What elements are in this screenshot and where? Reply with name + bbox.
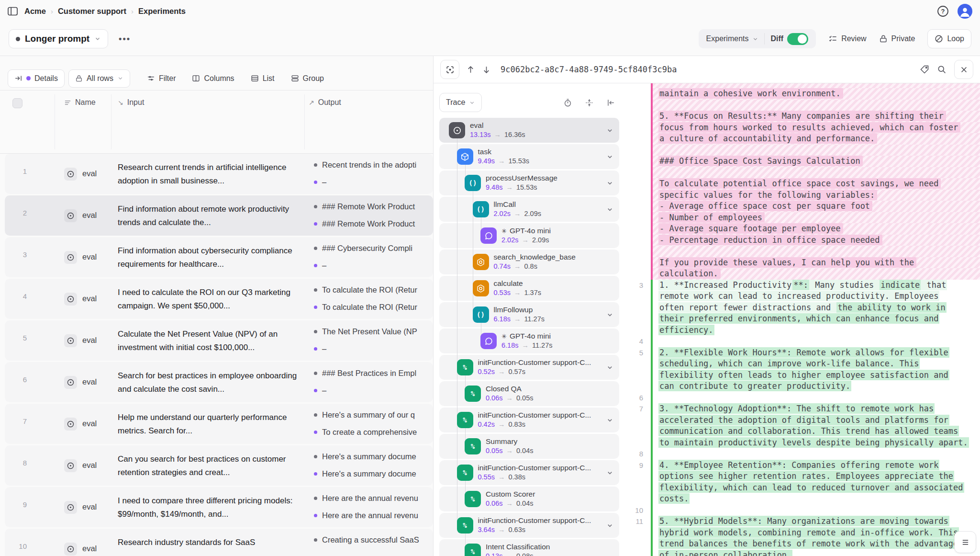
table-row[interactable]: 7evalHelp me understand our quarterly pe…: [5, 404, 433, 444]
trace-node[interactable]: %initFunction-Customer support-C...3.64s…: [439, 513, 619, 538]
diff-added-text: 2. **Flexible Work Hours**: Remote work …: [658, 347, 949, 358]
chevron-down-icon[interactable]: [606, 469, 613, 477]
table-row[interactable]: 10evalResearch industry standards for Sa…: [5, 529, 433, 556]
arrow-up-icon: [466, 65, 475, 74]
duration-secondary: 0.57s: [508, 368, 525, 375]
trace-id: 9c062bc2-a8c7-4a88-9749-5cf840f3c9ba: [501, 65, 677, 74]
search-icon[interactable]: [937, 65, 947, 74]
trace-node[interactable]: ()llmCall2.02s→2.09s: [439, 197, 619, 222]
columns-button[interactable]: Columns: [186, 69, 240, 88]
duration-secondary: 0.04s: [516, 499, 533, 507]
score-icon-badge: %: [457, 517, 473, 533]
trace-node-meta: calculate0.53s→1.37s: [494, 279, 541, 296]
trace-node[interactable]: %Intent Classification0.13s→0.08s: [439, 539, 619, 556]
chevron-down-icon[interactable]: [606, 127, 613, 134]
diff-line-content: communication and collaboration. This tr…: [651, 426, 980, 437]
duration-primary: 0.52s: [478, 368, 495, 375]
column-header-output[interactable]: ↗ Output: [309, 98, 341, 107]
chevron-down-icon[interactable]: [606, 180, 613, 187]
trace-node[interactable]: %Custom Scorer0.06s→0.04s: [439, 487, 619, 511]
close-icon: [960, 66, 968, 74]
eval-icon: [64, 376, 77, 389]
list-button[interactable]: List: [245, 69, 281, 88]
select-all-checkbox[interactable]: [12, 98, 22, 108]
experiment-selector[interactable]: Longer prompt: [9, 29, 108, 48]
diff-added-text: of in-person collaboration.: [658, 550, 792, 556]
prev-row-button[interactable]: [466, 65, 475, 74]
trace-node[interactable]: task9.49s→15.53s: [439, 144, 619, 169]
trace-node[interactable]: ()llmFollowup6.18s→11.27s: [439, 302, 619, 327]
duration-primary: 0.13s: [486, 552, 502, 556]
output-dot: [314, 472, 317, 476]
chevron-down-icon[interactable]: [606, 311, 613, 318]
trace-node-meta: ✳GPT-4o mini2.02s→2.09s: [501, 227, 551, 244]
chevron-down-icon[interactable]: [606, 522, 613, 529]
sidebar-toggle-icon[interactable]: [8, 7, 18, 16]
trace-node[interactable]: ()processUserMessage9.48s→15.53s: [439, 170, 619, 195]
column-header-input[interactable]: ↘ Input: [118, 98, 144, 107]
scorer-icon: %: [463, 416, 467, 424]
chevron-down-icon[interactable]: [606, 417, 613, 424]
table-row[interactable]: 5evalCalculate the Net Present Value (NP…: [5, 320, 433, 361]
tag-icon[interactable]: [920, 65, 929, 74]
filter-button[interactable]: Filter: [141, 69, 182, 88]
chevron-down-icon[interactable]: [606, 206, 613, 213]
diff-line-content: trend balances the benefits of remote wo…: [651, 538, 980, 550]
output-dot: [314, 330, 317, 333]
diff-line-content: [651, 336, 980, 347]
duration-arrow: →: [506, 499, 513, 507]
diff-line: 8: [624, 448, 980, 460]
diff-line-content: often report fewer distractions and the …: [651, 302, 980, 314]
diff-menu-button[interactable]: [954, 531, 976, 553]
close-panel-button[interactable]: [954, 60, 973, 79]
private-button[interactable]: Private: [879, 34, 915, 43]
group-button[interactable]: Group: [285, 69, 330, 88]
table-row[interactable]: 3evalFind information about cybersecurit…: [5, 237, 433, 277]
breadcrumb-item[interactable]: Experiments: [138, 7, 186, 16]
trace-node[interactable]: %Closed QA0.06s→0.05s: [439, 381, 619, 406]
breadcrumb-item[interactable]: Customer support: [58, 7, 126, 16]
tool-icon: [476, 284, 485, 293]
trace-node-name: llmFollowup: [494, 306, 545, 314]
collapse-panel-icon[interactable]: [606, 98, 615, 107]
table-row[interactable]: 2evalFind information about remote work …: [5, 195, 433, 236]
diff-toggle[interactable]: [787, 33, 808, 45]
chevron-down-icon[interactable]: [606, 364, 613, 371]
next-row-button[interactable]: [482, 65, 491, 74]
output-text: To calculate the ROI (Retur: [322, 303, 417, 312]
review-button[interactable]: Review: [828, 34, 866, 44]
all-rows-dropdown[interactable]: All rows: [68, 69, 130, 88]
trace-node[interactable]: %Summary0.05s→0.04s: [439, 434, 619, 459]
trace-node[interactable]: %initFunction-Customer support-C...0.55s…: [439, 460, 619, 485]
trace-node[interactable]: ✳GPT-4o mini2.02s→2.09s: [439, 223, 619, 248]
details-button[interactable]: Details: [8, 69, 65, 88]
trace-node[interactable]: ✳GPT-4o mini6.18s→11.27s: [439, 329, 619, 353]
collapse-all-icon[interactable]: [585, 98, 594, 107]
table-row[interactable]: 4evalI need to calculate the ROI on our …: [5, 279, 433, 319]
trace-node[interactable]: search_knowledge_base0.74s→0.8s: [439, 250, 619, 274]
table-row[interactable]: 8evalCan you search for best practices o…: [5, 445, 433, 486]
timing-icon[interactable]: [563, 98, 572, 107]
avatar[interactable]: [958, 4, 972, 19]
more-actions-button[interactable]: •••: [119, 34, 131, 44]
duration-arrow: →: [522, 341, 529, 349]
diff-added-text: 5. **Hybrid Models**: Many organizations…: [658, 516, 949, 526]
table-row[interactable]: 9evalI need to compare three different p…: [5, 487, 433, 527]
loop-button[interactable]: Loop: [927, 29, 971, 48]
expand-trace-button[interactable]: [440, 60, 459, 79]
trace-node[interactable]: %initFunction-Customer support-C...0.42s…: [439, 408, 619, 432]
app-window: Acme›Customer support›Experiments ? Long…: [0, 0, 980, 556]
breadcrumb-item[interactable]: Acme: [24, 7, 46, 16]
trace-node[interactable]: eval13.13s→16.36s: [439, 118, 619, 143]
view-selector-dropdown[interactable]: Experiments: [701, 34, 765, 43]
trace-node[interactable]: %initFunction-Customer support-C...0.52s…: [439, 355, 619, 380]
table-row[interactable]: 6evalSearch for best practices in employ…: [5, 362, 433, 402]
trace-view-dropdown[interactable]: Trace: [439, 93, 482, 112]
column-header-name[interactable]: Name: [64, 98, 96, 107]
help-icon[interactable]: ?: [937, 5, 949, 17]
diff-line: [624, 167, 980, 179]
trace-node[interactable]: calculate0.53s→1.37s: [439, 276, 619, 301]
table-row[interactable]: 1evalResearch current trends in artifici…: [5, 154, 433, 194]
trace-node-meta: eval13.13s→16.36s: [470, 121, 525, 138]
chevron-down-icon[interactable]: [606, 153, 613, 160]
